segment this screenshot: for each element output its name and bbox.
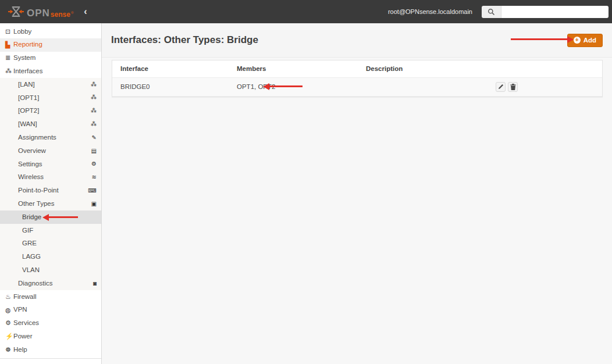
sidebar-item-label: Point-to-Point <box>18 187 59 194</box>
sidebar-item-vlan[interactable]: VLAN <box>0 263 101 277</box>
logged-in-user: root@OPNsense.localdomain <box>388 8 472 15</box>
sidebar-item-label: [OPT1] <box>18 95 39 102</box>
fire-icon: ♨ <box>5 294 13 300</box>
trash-icon <box>510 84 516 90</box>
sidebar-item-label: Other Types <box>18 201 54 208</box>
sidebar-collapse-button[interactable]: ‹ <box>84 7 87 16</box>
sidebar-item-system[interactable]: ≣System <box>0 52 101 65</box>
sidebar-item-other-types[interactable]: Other Types▣ <box>0 197 101 210</box>
annotation-arrow-sidebar-bridge <box>49 216 78 218</box>
annotation-arrow-add-button <box>511 38 567 40</box>
sidebar-item-overview[interactable]: Overview▤ <box>0 144 101 158</box>
sidebar-item-diagnostics[interactable]: Diagnostics◙ <box>0 277 101 290</box>
list-icon: ≣ <box>5 55 13 61</box>
page-title: Interfaces: Other Types: Bridge <box>111 34 258 46</box>
top-header: OPN sense ® ‹ root@OPNsense.localdomain <box>0 0 612 23</box>
interface-cell: BRIDGE0 <box>112 77 229 96</box>
camera-icon: ◙ <box>93 281 97 287</box>
logo-text-accent: sense <box>51 11 70 18</box>
sidebar-item-label: System <box>13 55 35 62</box>
sidebar-item-label: Power <box>13 333 33 340</box>
sidebar-item-label: Services <box>13 320 39 327</box>
sidebar-item-label: [WAN] <box>18 121 37 128</box>
sidebar-item-reporting[interactable]: ▙Reporting <box>0 38 101 52</box>
sidebar-item-label: Interfaces <box>13 68 43 75</box>
search-icon <box>482 6 501 18</box>
wifi-icon: ≋ <box>92 174 97 180</box>
logo-text-primary: OPN <box>27 8 50 18</box>
sidebar-item-label: Overview <box>18 148 46 155</box>
add-button-label: Add <box>583 37 596 44</box>
sidebar-item-lobby[interactable]: ⊡Lobby <box>0 25 101 38</box>
sidebar-item-label: Bridge <box>22 214 41 221</box>
sidebar-item-opt1[interactable]: [OPT1]⁂ <box>0 91 101 105</box>
gear-icon: ⚙ <box>5 320 13 326</box>
area-chart-icon: ▙ <box>5 42 13 48</box>
column-header-description: Description <box>358 60 488 77</box>
sidebar-menu: ⊡Lobby▙Reporting≣System⁂Interfaces[LAN]⁂… <box>0 23 101 359</box>
column-header-interface: Interface <box>112 60 229 77</box>
sidebar-item-wireless[interactable]: Wireless≋ <box>0 171 101 184</box>
page-header: Interfaces: Other Types: Bridge + Add <box>102 23 612 58</box>
pencil-icon: ✎ <box>92 135 97 141</box>
column-header-actions <box>488 60 602 77</box>
pencil-icon <box>498 84 504 90</box>
sidebar-item-label: Diagnostics <box>18 280 52 287</box>
sidebar-item-label: Lobby <box>13 28 31 35</box>
page-body: InterfaceMembersDescription BRIDGE0OPT1,… <box>102 58 612 97</box>
modem-icon: ⌨ <box>88 188 97 194</box>
globe-icon: ◍ <box>5 307 13 313</box>
sitemap-icon: ⁂ <box>91 95 97 101</box>
sidebar-item-label: [LAN] <box>18 81 35 88</box>
sitemap-icon: ⁂ <box>91 122 97 127</box>
description-cell <box>358 77 488 96</box>
sidebar-item-lan[interactable]: [LAN]⁂ <box>0 78 101 91</box>
sidebar: ⊡Lobby▙Reporting≣System⁂Interfaces[LAN]⁂… <box>0 23 102 364</box>
sidebar-item-label: LAGG <box>22 254 41 260</box>
table-header-row: InterfaceMembersDescription <box>112 60 602 77</box>
sidebar-item-power[interactable]: ⚡Power <box>0 330 101 343</box>
edit-button[interactable] <box>496 82 506 92</box>
hdd-icon: ▣ <box>91 201 97 207</box>
sidebar-item-label: GRE <box>22 240 37 247</box>
bridge-table-panel: InterfaceMembersDescription BRIDGE0OPT1,… <box>112 60 603 97</box>
sidebar-item-settings[interactable]: Settings⚙ <box>0 158 101 171</box>
cogs-icon: ⚙ <box>91 161 97 167</box>
plus-icon: + <box>574 37 581 44</box>
main-content: Interfaces: Other Types: Bridge + Add In… <box>102 23 612 364</box>
opnsense-logo-icon <box>8 5 24 18</box>
sidebar-item-label: Wireless <box>18 174 44 181</box>
delete-button[interactable] <box>508 82 518 92</box>
sidebar-item-firewall[interactable]: ♨Firewall <box>0 290 101 304</box>
sidebar-item-wan[interactable]: [WAN]⁂ <box>0 118 101 131</box>
search-input[interactable] <box>501 6 609 18</box>
bridge-table: InterfaceMembersDescription BRIDGE0OPT1,… <box>112 60 602 97</box>
list-alt-icon: ▤ <box>91 148 97 154</box>
sidebar-item-gre[interactable]: GRE <box>0 237 101 251</box>
life-ring-icon: ☸ <box>5 347 13 353</box>
sidebar-item-lagg[interactable]: LAGG <box>0 251 101 264</box>
sidebar-item-point-to-point[interactable]: Point-to-Point⌨ <box>0 184 101 198</box>
sidebar-item-vpn[interactable]: ◍VPN <box>0 304 101 317</box>
opnsense-logo[interactable]: OPN sense ® <box>8 5 73 18</box>
sitemap-icon: ⁂ <box>91 82 97 88</box>
sidebar-item-assignments[interactable]: Assignments✎ <box>0 131 101 144</box>
sidebar-item-opt2[interactable]: [OPT2]⁂ <box>0 105 101 118</box>
sidebar-item-label: Reporting <box>13 41 42 48</box>
logo-registered-mark: ® <box>71 11 73 15</box>
sitemap-icon: ⁂ <box>5 68 13 74</box>
sidebar-item-interfaces[interactable]: ⁂Interfaces <box>0 65 101 78</box>
sidebar-item-label: VPN <box>13 306 27 313</box>
sidebar-item-help[interactable]: ☸Help <box>0 343 101 356</box>
column-header-members: Members <box>229 60 358 77</box>
search-box <box>482 6 609 18</box>
sidebar-item-label: GIF <box>22 227 33 234</box>
sidebar-item-label: Firewall <box>13 294 37 301</box>
annotation-arrow-members-cell <box>269 85 303 87</box>
plug-icon: ⚡ <box>5 333 13 340</box>
sidebar-item-services[interactable]: ⚙Services <box>0 317 101 330</box>
sidebar-item-gif[interactable]: GIF <box>0 224 101 237</box>
sidebar-item-label: VLAN <box>22 267 40 274</box>
sidebar-item-label: Settings <box>18 161 42 168</box>
sitemap-icon: ⁂ <box>91 108 97 114</box>
